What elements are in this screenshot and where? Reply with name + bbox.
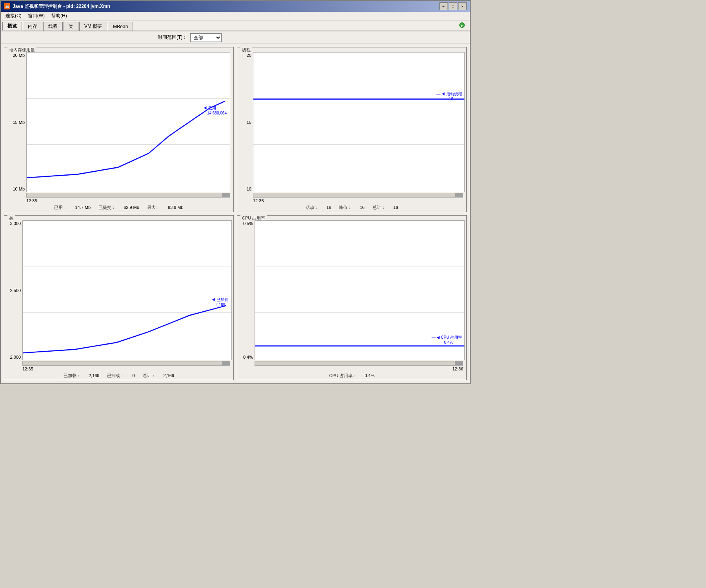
title-bar: ☕ Java 监视和管理控制台 - pid: 22284 jvm.Xmn − □… bbox=[1, 1, 470, 12]
heap-y-bot: 10 Mb bbox=[13, 187, 25, 191]
heap-scrollbar[interactable] bbox=[26, 193, 230, 198]
threads-panel: 线程 20 15 10 bbox=[237, 47, 467, 212]
tab-bar: 概览 内存 线程 类 VM 概要 MBean ▶ bbox=[1, 20, 470, 31]
cpu-y-top: 0.5% bbox=[243, 221, 253, 226]
time-range-label: 时间范围(T)： bbox=[158, 34, 187, 41]
threads-annotation: — ◀ 活动线程 16 bbox=[436, 91, 462, 101]
window-controls: − □ × bbox=[439, 2, 467, 10]
tab-overview[interactable]: 概览 bbox=[2, 22, 22, 31]
app-icon: ☕ bbox=[4, 3, 10, 9]
threads-x-label: 12:35 bbox=[253, 198, 465, 203]
threads-stats: 活动： 16 峰值： 16 总计： 16 bbox=[237, 203, 466, 212]
classes-panel: 类 3,000 2,500 2,000 bbox=[4, 215, 234, 380]
classes-y-mid: 2,500 bbox=[10, 288, 21, 293]
heap-y-top: 20 Mb bbox=[13, 53, 25, 58]
main-content: 堆内存使用量 20 Mb 15 Mb 10 Mb bbox=[1, 44, 470, 383]
tab-memory[interactable]: 内存 bbox=[23, 22, 42, 31]
tab-right-icon: ▶ bbox=[457, 21, 467, 29]
tab-threads[interactable]: 线程 bbox=[43, 22, 63, 31]
classes-annotation: ◀ 已加载 2,169 bbox=[211, 297, 228, 307]
tab-mbean[interactable]: MBean bbox=[108, 22, 133, 31]
cpu-panel: CPU 占用率 0.5% 0.4% bbox=[237, 215, 467, 380]
threads-y-mid: 15 bbox=[247, 120, 251, 125]
threads-scrollbar[interactable] bbox=[253, 193, 463, 198]
cpu-stats: CPU 占用率： 0.4% bbox=[237, 371, 466, 380]
main-window: ☕ Java 监视和管理控制台 - pid: 22284 jvm.Xmn − □… bbox=[0, 0, 471, 384]
time-range-select[interactable]: 全部 1分钟 5分钟 10分钟 30分钟 1小时 bbox=[190, 33, 222, 42]
heap-x-label: 12:35 bbox=[26, 198, 232, 203]
cpu-y-bot: 0.4% bbox=[243, 355, 253, 359]
heap-memory-panel: 堆内存使用量 20 Mb 15 Mb 10 Mb bbox=[4, 47, 234, 212]
toolbar: 时间范围(T)： 全部 1分钟 5分钟 10分钟 30分钟 1小时 bbox=[1, 31, 470, 44]
minimize-button[interactable]: − bbox=[439, 2, 448, 10]
maximize-button[interactable]: □ bbox=[449, 2, 457, 10]
cpu-annotation: — ◀ CPU 占用率 0.4% bbox=[432, 335, 462, 345]
menu-bar: 连接(C) 窗口(W) 帮助(H) bbox=[1, 12, 470, 20]
svg-text:▶: ▶ bbox=[461, 24, 464, 27]
heap-stats: 已用： 14.7 Mb 已提交： 62.9 Mb 最大： 83.9 Mb bbox=[4, 203, 233, 212]
classes-y-top: 3,000 bbox=[10, 221, 21, 226]
cpu-x-label: 12:36 bbox=[255, 367, 465, 371]
tab-vm-summary[interactable]: VM 概要 bbox=[79, 22, 107, 31]
tab-classes[interactable]: 类 bbox=[64, 22, 78, 31]
heap-annotation: ◀ 已用 14,680,064 bbox=[203, 105, 227, 115]
threads-y-bot: 10 bbox=[247, 187, 251, 191]
classes-scrollbar[interactable] bbox=[22, 361, 230, 366]
menu-window[interactable]: 窗口(W) bbox=[25, 12, 48, 20]
heap-y-mid: 15 Mb bbox=[13, 120, 25, 125]
close-button[interactable]: × bbox=[458, 2, 467, 10]
menu-connect[interactable]: 连接(C) bbox=[2, 12, 25, 20]
menu-help[interactable]: 帮助(H) bbox=[48, 12, 70, 20]
cpu-scrollbar[interactable] bbox=[255, 361, 463, 366]
threads-y-top: 20 bbox=[247, 53, 251, 58]
window-title: Java 监视和管理控制台 - pid: 22284 jvm.Xmn bbox=[13, 3, 110, 10]
classes-y-bot: 2,000 bbox=[10, 355, 21, 359]
classes-stats: 已加载： 2,169 已卸载： 0 总计： 2,169 bbox=[4, 371, 233, 380]
classes-x-label: 12:35 bbox=[22, 367, 232, 371]
